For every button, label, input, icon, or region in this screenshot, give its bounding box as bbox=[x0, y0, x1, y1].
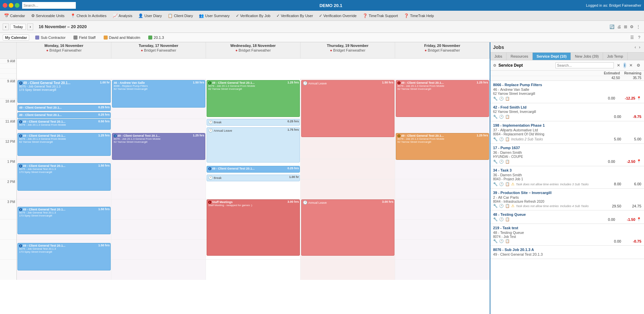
event-mon-1[interactable]: 1.00 hr i 49 - Client General Test 20.1.… bbox=[17, 80, 111, 103]
job-clock-icon-39[interactable]: 🕐 bbox=[499, 204, 504, 208]
nav-client-diary[interactable]: 📋 Client Diary bbox=[165, 11, 196, 20]
tab-resources[interactable]: Resources bbox=[506, 53, 533, 60]
filter-20-1-3[interactable]: 20.1.3 bbox=[146, 35, 166, 40]
event-wed-break2[interactable]: 1.00 hr 🕐Break bbox=[207, 175, 300, 181]
job-notes-icon-219[interactable]: 📋 bbox=[505, 239, 510, 243]
event-thu-2[interactable]: 3.00 hrs 🕐Annual Leave bbox=[301, 199, 394, 256]
nav-analysis[interactable]: 📈 Analysis bbox=[110, 11, 135, 20]
job-wrench-icon-8066[interactable]: 🔧 bbox=[493, 97, 498, 101]
job-title-17[interactable]: 17 - Pump 1637 bbox=[493, 146, 641, 150]
event-tue-1[interactable]: 1.50 hrs 46 - Andrew Van Salle 8066 - Re… bbox=[112, 80, 205, 108]
event-wed-2[interactable]: 0.25 hrs i49 - Client General Test 20.1.… bbox=[207, 166, 300, 173]
filter-my-calendar[interactable]: My Calendar bbox=[3, 35, 29, 41]
job-title-42[interactable]: 42 - Fred Smith Ltd bbox=[493, 105, 641, 109]
minimize-window-btn[interactable] bbox=[9, 3, 13, 8]
job-clock-icon-198[interactable]: 🕐 bbox=[499, 137, 504, 141]
prev-week-button[interactable]: ‹ bbox=[3, 23, 9, 30]
job-notes-icon-42[interactable]: 📋 bbox=[505, 115, 510, 119]
tab-service-dept[interactable]: Service Dept (10) bbox=[533, 53, 571, 60]
nav-verification-user[interactable]: ✓ Verification By User bbox=[274, 11, 316, 20]
job-loc-icon-17[interactable]: 📍 bbox=[637, 159, 641, 164]
job-title-8066[interactable]: 8066 - Replace Pump Filters bbox=[493, 83, 641, 87]
refresh-btn[interactable]: 🔄 bbox=[608, 24, 615, 30]
event-wed-1[interactable]: 1.25 hrs i49 - Client General Test 20.1.… bbox=[207, 80, 300, 117]
job-clock-icon-17[interactable]: 🕐 bbox=[499, 160, 504, 164]
nav-timetrak-help[interactable]: ❓ TimeTrak Help bbox=[401, 11, 436, 20]
job-clock-icon-42[interactable]: 🕐 bbox=[499, 115, 504, 119]
job-wrench-icon-42[interactable]: 🔧 bbox=[493, 115, 498, 119]
job-loc-icon-48[interactable]: 📍 bbox=[637, 217, 641, 222]
job-notes-icon-198[interactable]: 📋 bbox=[505, 137, 510, 141]
event-wed-break1[interactable]: 0.25 hrs 🕐Break bbox=[207, 119, 300, 126]
job-notes-icon-39[interactable]: 📋 bbox=[505, 204, 510, 208]
job-title-219[interactable]: 219 - Task test bbox=[493, 226, 641, 230]
job-notes-icon-17[interactable]: 📋 bbox=[505, 160, 510, 164]
job-wrench-icon-34[interactable]: 🔧 bbox=[493, 182, 498, 186]
service-search-clear-btn[interactable]: ✕ bbox=[616, 62, 621, 68]
today-button[interactable]: Today bbox=[10, 24, 26, 30]
filter-menu-btn[interactable]: ☰ bbox=[629, 35, 635, 41]
event-fri-1[interactable]: 1.25 hrs i49 - Client General Test 20.1.… bbox=[396, 80, 489, 117]
event-fri-2[interactable]: 1.25 hrs !49 - Client General Test 20.1.… bbox=[396, 133, 489, 160]
job-title-34[interactable]: 34 - Task 3 bbox=[493, 168, 641, 172]
job-notes-icon-8066[interactable]: 📋 bbox=[505, 97, 510, 101]
event-mon-2[interactable]: 0.25 hrs 49 - Client General Test 20.1..… bbox=[17, 105, 111, 111]
event-mon-6[interactable]: 1.50 hrs i49 - Client General Test 20.1.… bbox=[17, 163, 111, 191]
tab-job-temp[interactable]: Job Temp bbox=[603, 53, 628, 60]
nav-serviceable-units[interactable]: ⚙ Serviceable Units bbox=[29, 11, 67, 20]
event-mon-5[interactable]: 1.25 hrs i49 - Client General Test 20.1.… bbox=[17, 133, 111, 156]
job-notes-icon-34[interactable]: 📋 bbox=[505, 182, 510, 186]
tab-jobs[interactable]: Jobs bbox=[490, 53, 506, 60]
job-wrench-icon-48[interactable]: 🔧 bbox=[493, 217, 498, 222]
panel-next-btn[interactable]: › bbox=[638, 44, 641, 50]
nav-user-summary[interactable]: 👥 User Summary bbox=[196, 11, 232, 20]
filter-help-btn[interactable]: ? bbox=[637, 35, 641, 41]
job-clock-icon-8066[interactable]: 🕐 bbox=[499, 97, 504, 101]
service-info-btn[interactable]: i bbox=[623, 62, 626, 68]
service-close-btn[interactable]: ✕ bbox=[628, 62, 634, 68]
nav-check-in-activities[interactable]: 📍 Check In Activities bbox=[68, 11, 109, 20]
job-title-48[interactable]: 48 - Testing Queue bbox=[493, 212, 641, 216]
settings-btn[interactable]: ⚙ bbox=[629, 24, 635, 30]
event-mon-3[interactable]: 0.25 hrs 49 - Client General Test 20.1..… bbox=[17, 112, 111, 118]
service-dept-search[interactable] bbox=[555, 62, 614, 68]
tab-new-jobs[interactable]: New Jobs (39) bbox=[571, 53, 603, 60]
close-window-btn[interactable] bbox=[3, 3, 7, 8]
event-wed-staffmtg[interactable]: 3.00 hrs iStaff Meetings Staff Meeting -… bbox=[207, 199, 300, 256]
job-clock-icon-219[interactable]: 🕐 bbox=[499, 239, 504, 243]
job-title-39[interactable]: 39 - Production Site – Invercargill bbox=[493, 191, 641, 195]
job-title-8076[interactable]: 8076 - Sub Job 20.1.3 A bbox=[493, 248, 641, 252]
event-mon-7[interactable]: 1.50 hrs i49 - Client General Test 20.1.… bbox=[17, 207, 111, 234]
event-thu-1[interactable]: 1.50 hrs 🕐Annual Leave bbox=[301, 80, 394, 137]
event-tue-2[interactable]: 1.25 hrs i49 - Client General Test 20.1.… bbox=[112, 133, 205, 160]
nav-verification-override[interactable]: ✓ Verification Override bbox=[316, 11, 359, 20]
maximize-window-btn[interactable] bbox=[15, 3, 19, 8]
job-notes-icon-48[interactable]: 📋 bbox=[505, 217, 510, 222]
more-btn[interactable]: ⋮ bbox=[635, 24, 641, 30]
panel-prev-btn[interactable]: ‹ bbox=[634, 44, 637, 50]
job-title-198[interactable]: 198 - Implementation Phase 1 bbox=[493, 123, 641, 127]
top-search-input[interactable] bbox=[22, 2, 76, 9]
event-mon-8[interactable]: 1.50 hrs i49 - Client General Test 20.1.… bbox=[17, 243, 111, 270]
grid-view-btn[interactable]: ⊞ bbox=[623, 24, 628, 30]
job-clock-icon-48[interactable]: 🕐 bbox=[499, 217, 504, 222]
job-wrench-icon-198[interactable]: 🔧 bbox=[493, 137, 498, 141]
job-loc-icon-8066[interactable]: 📍 bbox=[637, 96, 641, 101]
nav-verification-job[interactable]: ✓ Verification By Job bbox=[233, 11, 273, 20]
filter-david-malcolm[interactable]: David and Malcolm bbox=[102, 35, 143, 40]
nav-timetrak-support[interactable]: ❓ TimeTrak Support bbox=[360, 11, 400, 20]
filter-sub-contractor[interactable]: Sub Contractor bbox=[33, 35, 67, 40]
david-malcolm-color-dot bbox=[104, 36, 108, 40]
job-clock-icon-34[interactable]: 🕐 bbox=[499, 182, 504, 186]
print-btn[interactable]: 🖨 bbox=[616, 24, 622, 30]
job-wrench-icon-219[interactable]: 🔧 bbox=[493, 239, 498, 243]
next-week-button[interactable]: › bbox=[27, 23, 33, 30]
filter-field-staff[interactable]: Field Staff bbox=[71, 35, 97, 40]
nav-calendar[interactable]: 📅 Calendar bbox=[1, 11, 28, 20]
event-wed-annual[interactable]: 1.75 hrs 🕐Annual Leave bbox=[207, 127, 300, 163]
event-mon-4[interactable]: 0.50 hrs i49 - Client General Test 20.1.… bbox=[17, 119, 111, 130]
nav-user-diary[interactable]: 👤 User Diary bbox=[136, 11, 164, 20]
service-settings-btn[interactable]: ⚙ bbox=[636, 62, 641, 68]
job-wrench-icon-17[interactable]: 🔧 bbox=[493, 160, 498, 164]
job-wrench-icon-39[interactable]: 🔧 bbox=[493, 204, 498, 208]
